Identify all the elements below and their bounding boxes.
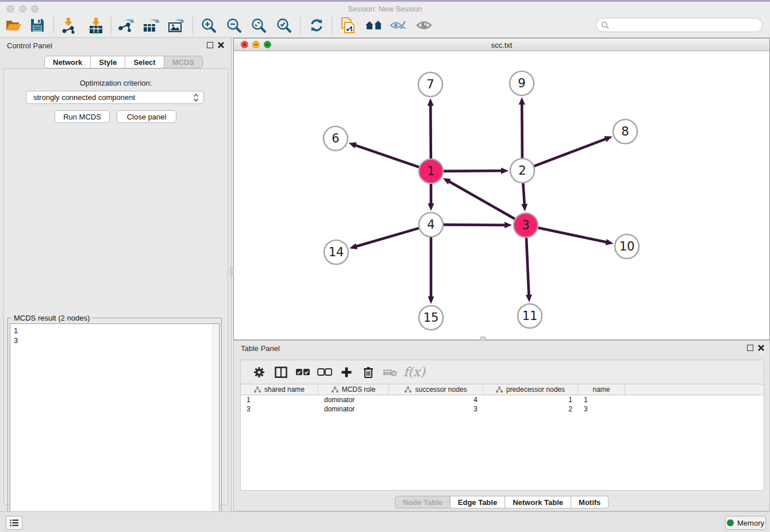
memory-button[interactable]: Memory	[725, 516, 766, 530]
cell-name[interactable]: 3	[578, 405, 625, 413]
task-history-button[interactable]	[6, 516, 22, 530]
manage-networks-icon[interactable]	[364, 16, 384, 35]
search-field[interactable]	[596, 18, 763, 32]
tab-edge-table[interactable]: Edge Table	[451, 496, 505, 508]
graph-edge-1-7[interactable]	[430, 105, 431, 159]
dropdown-selected-value: strongly connected component	[33, 93, 193, 102]
export-image-icon[interactable]	[166, 16, 187, 35]
graph-edge-1-2[interactable]	[444, 171, 502, 171]
network-graph[interactable]: 7968124314101511	[234, 51, 769, 340]
chevron-up-down-icon	[193, 93, 199, 102]
import-network-icon[interactable]	[58, 16, 79, 35]
zoom-fit-icon[interactable]	[248, 16, 269, 35]
tab-mcds[interactable]: MCDS	[164, 56, 203, 68]
table-row[interactable]: 3 dominator 3 2 3	[241, 404, 764, 414]
graph-edge-3-11[interactable]	[526, 238, 529, 296]
graph-edge-2-9[interactable]	[522, 103, 522, 158]
graph-edge-2-8[interactable]	[534, 138, 607, 166]
result-scrollbar[interactable]	[213, 324, 219, 532]
cell-mcds-role[interactable]: dominator	[318, 405, 389, 413]
column-header-shared-name[interactable]: shared name	[241, 384, 318, 395]
save-icon	[30, 18, 45, 33]
cell-name[interactable]: 1	[578, 396, 625, 404]
table-header-row: shared name MCDS role successor nodes pr…	[241, 384, 764, 395]
control-panel: Control Panel Network Style Select MCDS …	[0, 38, 232, 511]
toolbar-separator	[332, 17, 332, 33]
float-table-panel-icon[interactable]	[747, 345, 753, 351]
tab-network[interactable]: Network	[44, 56, 91, 68]
float-panel-icon[interactable]	[207, 42, 213, 48]
delete-column-button[interactable]	[358, 363, 379, 381]
status-bar: Memory	[0, 511, 770, 532]
graph-node-label: 8	[621, 125, 629, 138]
table-settings-button[interactable]	[249, 363, 270, 381]
graph-node-label: 15	[424, 311, 439, 325]
cell-successor-nodes[interactable]: 4	[389, 396, 483, 404]
network-window-titlebar[interactable]: scc.txt	[234, 38, 769, 51]
table-row[interactable]: 1 dominator 4 1 1	[241, 395, 764, 404]
graph-edge-3-10[interactable]	[538, 228, 607, 242]
graph-edge-4-14[interactable]	[356, 228, 419, 246]
node-table[interactable]: shared name MCDS role successor nodes pr…	[240, 384, 764, 491]
zoom-in-icon	[201, 17, 217, 33]
fx-icon: f(x)	[403, 365, 425, 379]
tab-node-table[interactable]: Node Table	[395, 496, 451, 508]
memory-label: Memory	[737, 519, 764, 527]
split-view-button[interactable]	[271, 363, 291, 381]
graph-edge-4-3[interactable]	[444, 225, 506, 225]
tab-style[interactable]: Style	[91, 56, 125, 68]
open-folder-icon[interactable]	[3, 16, 24, 35]
show-all-columns-button[interactable]	[292, 363, 313, 381]
tab-select[interactable]: Select	[125, 56, 164, 68]
graph-edge-2-3[interactable]	[523, 183, 524, 205]
cell-shared-name[interactable]: 1	[241, 396, 318, 404]
zoom-in-icon[interactable]	[198, 16, 219, 35]
cell-shared-name[interactable]: 3	[241, 405, 318, 413]
splitter-handle-vertical[interactable]	[230, 267, 234, 276]
graph-edge-arrow	[526, 295, 532, 302]
window-title: Session: New Session	[0, 5, 770, 13]
cell-predecessor-nodes[interactable]: 1	[483, 396, 578, 404]
table-panel-title: Table Panel	[241, 344, 280, 353]
close-panel-button[interactable]: Close panel	[117, 110, 176, 123]
graph-edge-3-1[interactable]	[448, 181, 514, 219]
graph-node-label: 1	[427, 164, 434, 178]
refresh-layout-icon[interactable]	[306, 16, 327, 35]
eye-slash-icon	[389, 18, 407, 32]
column-header-predecessor-nodes[interactable]: predecessor nodes	[483, 384, 578, 395]
graph-edge-1-6[interactable]	[355, 145, 419, 167]
graph-node-label: 3	[522, 218, 529, 232]
close-table-panel-icon[interactable]	[757, 344, 765, 352]
network-canvas[interactable]: 7968124314101511	[234, 51, 769, 340]
zoom-selected-icon[interactable]	[274, 16, 294, 35]
column-label: MCDS role	[342, 385, 376, 394]
hide-all-columns-button[interactable]	[314, 363, 335, 381]
clone-network-icon[interactable]	[338, 16, 359, 35]
tab-network-table[interactable]: Network Table	[505, 496, 571, 508]
graph-edge-arrow	[505, 222, 512, 228]
optimization-dropdown[interactable]: strongly connected component	[26, 91, 204, 104]
column-header-name[interactable]: name	[578, 384, 625, 395]
cell-mcds-role[interactable]: dominator	[318, 396, 389, 404]
export-table-icon[interactable]	[141, 16, 161, 35]
export-network-icon[interactable]	[116, 16, 136, 35]
column-header-mcds-role[interactable]: MCDS role	[318, 384, 389, 395]
hide-annotations-icon[interactable]	[388, 16, 409, 35]
zoom-out-icon[interactable]	[224, 16, 244, 35]
table-toolbar: f(x)	[240, 360, 764, 384]
cell-predecessor-nodes[interactable]: 2	[483, 405, 578, 413]
mcds-result-list[interactable]: 1 3	[10, 323, 220, 532]
gear-icon	[253, 366, 265, 379]
cell-successor-nodes[interactable]: 3	[389, 405, 483, 413]
search-input[interactable]	[612, 21, 756, 29]
show-graphics-icon[interactable]	[414, 16, 434, 35]
run-mcds-button[interactable]: Run MCDS	[55, 110, 110, 123]
close-panel-icon[interactable]	[217, 41, 225, 49]
create-column-button[interactable]	[336, 363, 357, 381]
save-session-icon[interactable]	[27, 16, 48, 35]
toolbar-separator	[111, 17, 111, 33]
tab-motifs[interactable]: Motifs	[571, 496, 609, 508]
import-table-icon[interactable]	[86, 16, 106, 35]
graph-edge-arrow	[428, 98, 434, 106]
column-header-successor-nodes[interactable]: successor nodes	[389, 384, 483, 395]
